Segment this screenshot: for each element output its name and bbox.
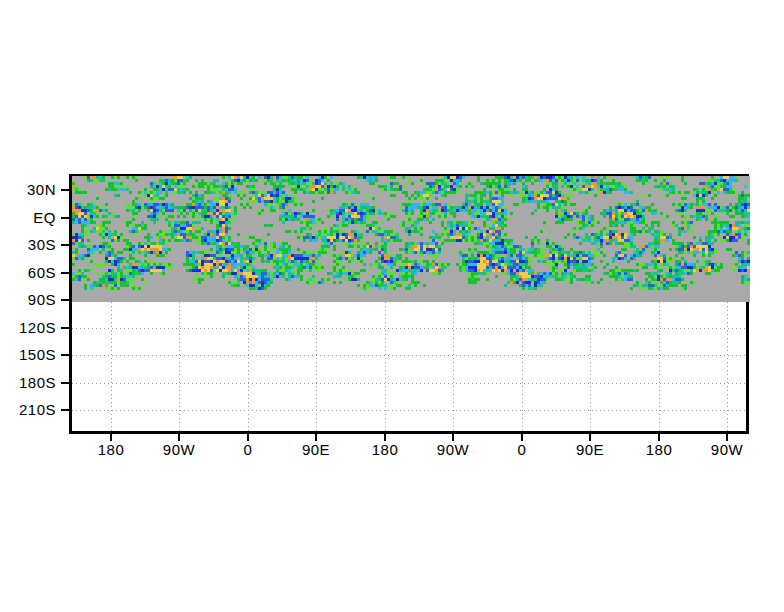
gridline-v bbox=[316, 302, 317, 431]
gridline-h bbox=[72, 383, 746, 384]
y-tick-label: 60S bbox=[0, 265, 56, 281]
gridline-v bbox=[522, 302, 523, 431]
y-tick-label: 30N bbox=[0, 182, 56, 198]
x-tick-label: 0 bbox=[213, 442, 283, 458]
x-tick-mark bbox=[452, 434, 454, 441]
y-tick-label: 30S bbox=[0, 237, 56, 253]
x-tick-label: 180 bbox=[76, 442, 146, 458]
y-tick-label: 180S bbox=[0, 375, 56, 391]
gridline-h bbox=[72, 328, 746, 329]
x-tick-label: 90E bbox=[555, 442, 625, 458]
gridline-h bbox=[72, 355, 746, 356]
y-tick-mark bbox=[61, 299, 69, 301]
x-tick-mark bbox=[110, 434, 112, 441]
y-tick-mark bbox=[61, 327, 69, 329]
gridline-v bbox=[590, 302, 591, 431]
x-tick-label: 180 bbox=[624, 442, 694, 458]
y-tick-label: 90S bbox=[0, 292, 56, 308]
y-tick-label: 120S bbox=[0, 320, 56, 336]
x-tick-mark bbox=[247, 434, 249, 441]
x-tick-mark bbox=[178, 434, 180, 441]
gridline-v bbox=[179, 302, 180, 431]
x-tick-mark bbox=[384, 434, 386, 441]
y-tick-mark bbox=[61, 244, 69, 246]
y-tick-mark bbox=[61, 217, 69, 219]
gridline-v bbox=[248, 302, 249, 431]
y-tick-mark bbox=[61, 272, 69, 274]
x-tick-label: 90W bbox=[418, 442, 488, 458]
gridline-h bbox=[72, 410, 746, 411]
y-tick-label: EQ bbox=[0, 210, 56, 226]
x-tick-mark bbox=[589, 434, 591, 441]
shaded-field-canvas bbox=[72, 176, 750, 302]
y-tick-label: 210S bbox=[0, 402, 56, 418]
x-tick-mark bbox=[315, 434, 317, 441]
gridline-v bbox=[111, 302, 112, 431]
x-tick-mark bbox=[658, 434, 660, 441]
y-tick-mark bbox=[61, 189, 69, 191]
x-tick-label: 90W bbox=[692, 442, 762, 458]
x-tick-label: 180 bbox=[350, 442, 420, 458]
x-tick-label: 90E bbox=[281, 442, 351, 458]
gridline-v bbox=[453, 302, 454, 431]
x-tick-label: 90W bbox=[144, 442, 214, 458]
gridline-v bbox=[659, 302, 660, 431]
gridline-v bbox=[385, 302, 386, 431]
y-tick-mark bbox=[61, 354, 69, 356]
grads-figure: 30NEQ30S60S90S120S150S180S210S 18090W090… bbox=[0, 0, 784, 612]
x-tick-mark bbox=[521, 434, 523, 441]
y-tick-label: 150S bbox=[0, 347, 56, 363]
gridline-v bbox=[727, 302, 728, 431]
y-tick-mark bbox=[61, 382, 69, 384]
x-tick-label: 0 bbox=[487, 442, 557, 458]
x-tick-mark bbox=[726, 434, 728, 441]
y-tick-mark bbox=[61, 409, 69, 411]
